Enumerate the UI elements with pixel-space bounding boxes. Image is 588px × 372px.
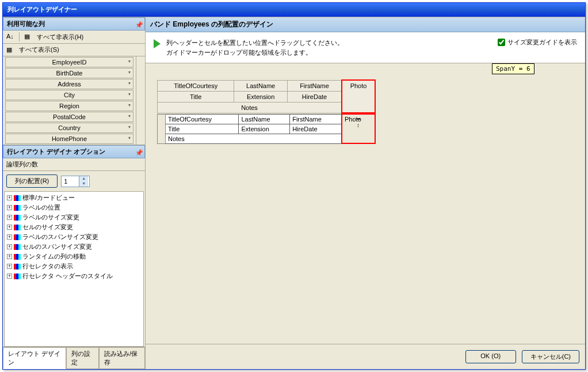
- sort-az-icon[interactable]: A↓: [6, 33, 14, 41]
- expand-icon[interactable]: +: [7, 225, 12, 230]
- tree-label: 行セレクタ ヘッダーのスタイル: [22, 272, 113, 280]
- tree-item[interactable]: +セルのサイズ変更: [6, 222, 142, 232]
- expand-icon[interactable]: +: [7, 195, 12, 200]
- columns-list: EmployeeID BirthDate Address City Region…: [3, 56, 136, 145]
- data-cell-photo[interactable]: Photo ━↕: [342, 114, 375, 143]
- spinner-input[interactable]: [62, 176, 79, 187]
- arrange-row: 列の配置(R) ▲ ▼: [3, 171, 145, 191]
- hide-all-link[interactable]: すべて非表示(H): [37, 33, 83, 41]
- guide-checkbox-label: サイズ変更ガイドを表示: [507, 38, 577, 47]
- tree-label: 行セレクタの表示: [22, 262, 73, 271]
- tree-item[interactable]: +セルのスパンサイズ変更: [6, 242, 142, 252]
- column-item[interactable]: Region: [5, 101, 133, 111]
- expand-icon[interactable]: +: [7, 244, 12, 249]
- available-columns-header: 利用可能な列 📌: [3, 17, 145, 31]
- pin-icon[interactable]: 📌: [135, 149, 141, 155]
- data-cell[interactable]: LastName: [239, 114, 290, 124]
- separator: [19, 32, 20, 41]
- column-item[interactable]: HomePhone: [5, 134, 133, 144]
- options-header-label: 行レイアウト デザイナ オプション: [7, 147, 105, 156]
- column-item[interactable]: EmployeeID: [5, 57, 133, 67]
- tree-label: ラベルの位置: [22, 203, 60, 212]
- color-icon: [14, 264, 21, 269]
- data-layout-table[interactable]: TitleOfCourtesy LastName FirstName Photo…: [157, 113, 376, 144]
- tree-item[interactable]: +ランタイムの列の移動: [6, 252, 142, 261]
- tree-label: ラベルのサイズ変更: [22, 213, 79, 222]
- right-panel: バンド Employees の列配置のデザイン 列ヘッダーとセルを配置したい位置…: [146, 17, 585, 369]
- grid-icon[interactable]: ▦: [24, 33, 32, 41]
- grid-icon-2[interactable]: ▦: [6, 46, 14, 54]
- column-item[interactable]: Country: [5, 123, 133, 133]
- tree-label: セルのスパンサイズ変更: [22, 242, 92, 251]
- header-cell[interactable]: Extension: [234, 91, 288, 102]
- row-selector[interactable]: [158, 114, 166, 143]
- tab-layout-design[interactable]: レイアウト デザイン: [3, 347, 66, 369]
- tree-label: ランタイムの列の移動: [22, 252, 86, 261]
- logical-cols-spinner[interactable]: ▲ ▼: [61, 176, 90, 187]
- header-layout-table[interactable]: TitleOfCourtesy LastName FirstName Photo…: [157, 79, 376, 113]
- window-title: 列レイアウトデザイナー: [7, 6, 77, 13]
- arrange-columns-button[interactable]: 列の配置(R): [6, 174, 58, 188]
- expand-icon[interactable]: +: [7, 205, 12, 210]
- column-item[interactable]: BirthDate: [5, 68, 133, 78]
- spinner-down[interactable]: ▼: [79, 181, 88, 187]
- expand-icon[interactable]: +: [7, 215, 12, 220]
- color-icon: [14, 195, 21, 201]
- color-icon: [14, 234, 21, 240]
- color-icon: [14, 254, 21, 260]
- options-panel: 行レイアウト デザイナ オプション 📌 論理列の数 列の配置(R) ▲ ▼: [3, 145, 145, 369]
- tree-item[interactable]: +ラベルのスパンサイズ変更: [6, 232, 142, 242]
- expand-icon[interactable]: +: [7, 264, 12, 269]
- color-icon: [14, 205, 21, 211]
- data-cell[interactable]: Title: [166, 124, 239, 134]
- available-columns-label: 利用可能な列: [7, 20, 45, 28]
- header-cell[interactable]: Title: [158, 91, 234, 102]
- column-item[interactable]: Address: [5, 79, 133, 89]
- tree-item[interactable]: +標準/カードビュー: [6, 193, 142, 203]
- band-header: バンド Employees の列配置のデザイン: [146, 17, 585, 32]
- hint-line-2: ガイドマーカーがドロップ可能な領域を示します。: [166, 48, 492, 58]
- design-surface[interactable]: SpanY = 6 TitleOfCourtesy LastName First…: [146, 63, 585, 344]
- color-icon: [14, 244, 21, 250]
- tree-item[interactable]: +ラベルのサイズ変更: [6, 212, 142, 222]
- data-cell[interactable]: Notes: [166, 134, 342, 143]
- header-cell[interactable]: Notes: [158, 102, 342, 113]
- color-icon: [14, 225, 21, 230]
- show-all-link[interactable]: すべて表示(S): [19, 45, 59, 54]
- data-cell[interactable]: FirstName: [290, 114, 342, 124]
- spinner-up[interactable]: ▲: [79, 176, 88, 181]
- play-icon: [154, 39, 161, 48]
- tree-item[interactable]: +ラベルの位置: [6, 203, 142, 212]
- columns-toolbar-2: ▦ すべて表示(S): [3, 44, 145, 56]
- header-cell[interactable]: LastName: [234, 80, 288, 91]
- dialog-footer: OK (O) キャンセル(C): [146, 344, 585, 369]
- scrollbar[interactable]: [136, 56, 145, 145]
- pin-icon[interactable]: 📌: [135, 21, 141, 27]
- header-cell[interactable]: HireDate: [288, 91, 342, 102]
- expand-icon[interactable]: +: [7, 254, 12, 259]
- tab-column-settings[interactable]: 列の設定: [66, 347, 99, 369]
- header-cell[interactable]: TitleOfCourtesy: [158, 80, 234, 91]
- expand-icon[interactable]: +: [7, 234, 12, 240]
- guide-checkbox-input[interactable]: [498, 39, 505, 46]
- data-cell[interactable]: TitleOfCourtesy: [166, 114, 239, 124]
- options-header: 行レイアウト デザイナ オプション 📌: [3, 145, 145, 158]
- tree-label: ラベルのスパンサイズ変更: [22, 233, 98, 241]
- tree-item[interactable]: +行セレクタの表示: [6, 261, 142, 271]
- tree-label: セルのサイズ変更: [22, 223, 73, 231]
- expand-icon[interactable]: +: [7, 274, 12, 279]
- tree-item[interactable]: +行セレクタ ヘッダーのスタイル: [6, 271, 142, 281]
- hint-bar: 列ヘッダーとセルを配置したい位置へドラッグしてください。 ガイドマーカーがドロッ…: [146, 32, 585, 63]
- data-cell[interactable]: HireDate: [290, 124, 342, 134]
- cancel-button[interactable]: キャンセル(C): [522, 350, 579, 363]
- ok-button[interactable]: OK (O): [465, 350, 516, 363]
- span-tooltip: SpanY = 6: [492, 63, 534, 74]
- data-cell[interactable]: Extension: [239, 124, 290, 134]
- column-item[interactable]: PostalCode: [5, 112, 133, 122]
- column-item[interactable]: City: [5, 90, 133, 100]
- header-cell[interactable]: FirstName: [288, 80, 342, 91]
- show-guide-checkbox[interactable]: サイズ変更ガイドを表示: [498, 38, 577, 47]
- header-cell-photo[interactable]: Photo: [342, 80, 375, 113]
- tab-load-save[interactable]: 読み込み/保存: [99, 347, 145, 369]
- columns-toolbar-1: A↓ ▦ すべて非表示(H): [3, 31, 145, 44]
